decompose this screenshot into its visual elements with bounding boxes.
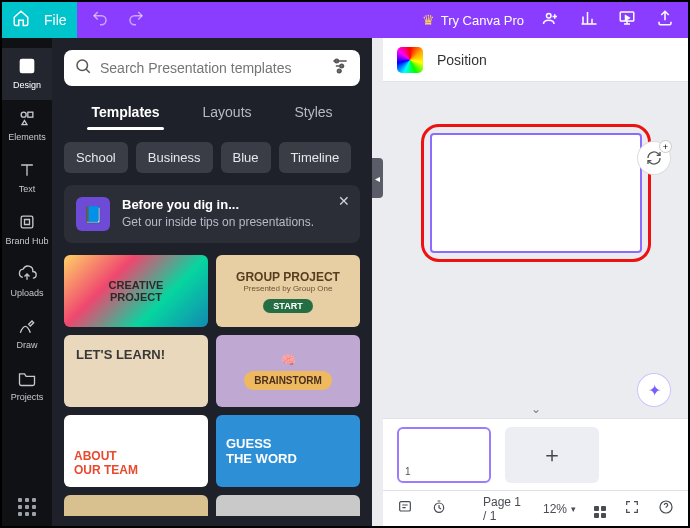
stage[interactable]: + ✦ ⌄ [383, 82, 688, 418]
close-icon[interactable]: ✕ [338, 193, 350, 209]
template-start-button: START [263, 299, 312, 313]
export-icon[interactable] [656, 9, 674, 31]
chip-timeline[interactable]: Timeline [279, 142, 352, 173]
template-title: BRAINSTORM [244, 371, 332, 390]
rail-label: Elements [8, 132, 46, 142]
page-indicator[interactable]: Page 1 / 1 [483, 495, 525, 523]
template-title: CREATIVE [109, 279, 164, 291]
tip-body: Get our inside tips on presentations. [122, 214, 314, 230]
redo-icon[interactable] [127, 9, 145, 31]
template-group-project[interactable]: GROUP PROJECT Presented by Group One STA… [216, 255, 360, 327]
svg-point-4 [21, 112, 26, 117]
tips-card[interactable]: 📘 Before you dig in... Get our inside ti… [64, 185, 360, 243]
rail-item-brand-hub[interactable]: Brand Hub [2, 204, 52, 256]
top-bar: File ♛ Try Canva Pro [2, 2, 688, 38]
plus-icon: + [659, 140, 672, 153]
page-number: 1 [405, 466, 411, 477]
rail-label: Uploads [10, 288, 43, 298]
rail-label: Projects [11, 392, 44, 402]
svg-point-0 [547, 14, 552, 19]
rail-item-elements[interactable]: Elements [2, 100, 52, 152]
template-about-our-team[interactable]: ABOUT OUR TEAM [64, 415, 208, 487]
search-bar[interactable] [64, 50, 360, 86]
topbar-left: File [2, 2, 77, 38]
template-subtitle: Presented by Group One [244, 284, 333, 293]
home-icon[interactable] [12, 9, 30, 31]
undo-icon[interactable] [91, 9, 109, 31]
template-subtitle: THE WORD [226, 451, 297, 466]
fullscreen-icon[interactable] [624, 499, 640, 518]
template-thumbnail[interactable] [216, 495, 360, 516]
tab-templates[interactable]: Templates [87, 98, 163, 130]
tip-title: Before you dig in... [122, 197, 314, 212]
present-icon[interactable] [618, 9, 636, 31]
rail-item-text[interactable]: Text [2, 152, 52, 204]
template-thumbnail[interactable] [64, 495, 208, 516]
rail-item-design[interactable]: Design [2, 48, 52, 100]
history-controls [77, 2, 159, 38]
svg-rect-5 [28, 112, 33, 117]
color-picker-button[interactable] [397, 47, 423, 73]
try-pro-label: Try Canva Pro [441, 13, 524, 28]
rail-label: Draw [16, 340, 37, 350]
template-grid: CREATIVE PROJECT GROUP PROJECT Presented… [64, 255, 360, 516]
zoom-dropdown[interactable]: 12% ▾ [543, 502, 576, 516]
rail-item-uploads[interactable]: Uploads [2, 256, 52, 308]
canvas-area: Position + ✦ ⌄ 1 ＋ [383, 38, 688, 526]
apps-grid-icon[interactable] [18, 498, 36, 516]
try-pro-button[interactable]: ♛ Try Canva Pro [410, 2, 536, 38]
selected-slide[interactable] [430, 133, 642, 253]
chips-scroll-right-icon[interactable] [359, 149, 360, 167]
template-brainstorm[interactable]: 🧠 BRAINSTORM [216, 335, 360, 407]
template-guess-the-word[interactable]: GUESS THE WORD [216, 415, 360, 487]
chevron-down-icon[interactable]: ⌄ [531, 402, 541, 416]
page-thumbnails: 1 ＋ [383, 418, 688, 490]
add-page-button[interactable]: ＋ [505, 427, 599, 483]
tab-styles[interactable]: Styles [290, 98, 336, 130]
template-title: ABOUT [74, 449, 117, 463]
chip-business[interactable]: Business [136, 142, 213, 173]
page-thumbnail-1[interactable]: 1 [397, 427, 491, 483]
share-people-icon[interactable] [542, 9, 560, 31]
template-lets-learn[interactable]: LET'S LEARN! [64, 335, 208, 407]
search-input[interactable] [100, 60, 322, 76]
template-creative-project[interactable]: CREATIVE PROJECT [64, 255, 208, 327]
chevron-down-icon: ▾ [571, 504, 576, 514]
tab-layouts[interactable]: Layouts [199, 98, 256, 130]
panel-collapse-handle[interactable]: ◂ [371, 158, 383, 198]
svg-rect-6 [21, 216, 33, 228]
filter-icon[interactable] [330, 56, 350, 80]
status-bar: Page 1 / 1 12% ▾ [383, 490, 688, 526]
template-title: GUESS [226, 436, 272, 451]
regenerate-button[interactable]: + [638, 142, 670, 174]
help-icon[interactable] [658, 499, 674, 518]
magic-button[interactable]: ✦ [638, 374, 670, 406]
position-button[interactable]: Position [437, 52, 487, 68]
side-panel: Templates Layouts Styles School Business… [52, 38, 372, 526]
nav-rail: Design Elements Text Brand Hub Uploads D… [2, 38, 52, 526]
panel-tabs: Templates Layouts Styles [64, 98, 360, 130]
timer-icon[interactable] [431, 499, 447, 518]
svg-rect-11 [400, 502, 411, 511]
lightbulb-icon: 📘 [76, 197, 110, 231]
rail-label: Brand Hub [5, 236, 48, 246]
rail-item-projects[interactable]: Projects [2, 360, 52, 412]
svg-point-7 [77, 60, 88, 71]
template-title: GROUP PROJECT [236, 270, 340, 284]
canvas-toolbar: Position [383, 38, 688, 82]
search-icon [74, 57, 92, 79]
notes-icon[interactable] [397, 499, 413, 518]
chip-blue[interactable]: Blue [221, 142, 271, 173]
category-chips: School Business Blue Timeline [64, 142, 360, 173]
analytics-icon[interactable] [580, 9, 598, 31]
rail-item-draw[interactable]: Draw [2, 308, 52, 360]
zoom-value: 12% [543, 502, 567, 516]
file-menu[interactable]: File [44, 12, 67, 28]
crown-icon: ♛ [422, 12, 435, 28]
chip-school[interactable]: School [64, 142, 128, 173]
template-subtitle: PROJECT [110, 291, 162, 303]
template-title: LET'S LEARN! [76, 347, 165, 362]
annotation-highlight [421, 124, 651, 262]
svg-rect-3 [23, 62, 31, 70]
grid-view-icon[interactable] [594, 500, 606, 518]
